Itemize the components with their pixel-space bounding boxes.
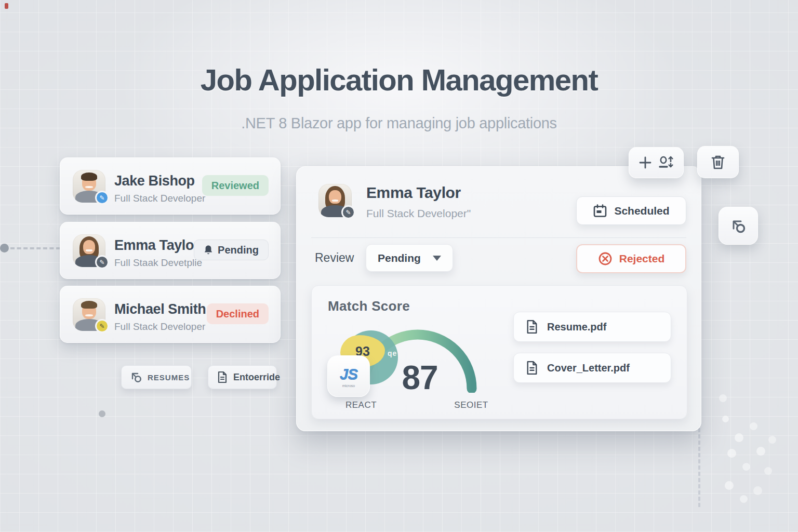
review-status-dropdown[interactable]: Pending xyxy=(366,244,453,272)
candidate-name: Jake Bishop xyxy=(114,173,195,189)
decor-red-mark xyxy=(5,3,8,9)
candidate-card-emma-taylor[interactable]: ✎ Emma Taylor Full Staak Devetplie Pendi… xyxy=(60,222,281,279)
resumes-button[interactable]: RESUMES xyxy=(121,365,192,389)
match-score-card: Match Score 87 REACT SEOIET qe 93 JS mic… xyxy=(311,285,687,419)
gauge-label-left: REACT xyxy=(338,400,384,410)
js-skill-icon: JS microso xyxy=(327,355,370,397)
status-badge-pending: Pending xyxy=(194,240,269,260)
add-person-icon xyxy=(658,155,674,170)
decor-dot-scatter xyxy=(722,416,729,422)
candidate-name: Emma Taylor xyxy=(114,237,199,254)
page-title: Job Application Management xyxy=(0,62,798,97)
decor-dot-left xyxy=(0,244,9,252)
file-row-cover-letter[interactable]: Cover_Letter.pdf xyxy=(513,353,671,383)
avatar: ✎ xyxy=(73,234,105,267)
gauge-label-right: SEOIET xyxy=(448,400,495,410)
resume-search-icon xyxy=(729,217,747,235)
avatar-badge-icon: ✎ xyxy=(95,191,109,205)
document-icon xyxy=(525,319,539,335)
avatar: ✎ xyxy=(73,170,105,203)
skill-blob-small-text: qe xyxy=(388,349,397,357)
chevron-down-icon xyxy=(433,256,441,261)
file-name: Resume.pdf xyxy=(547,321,606,333)
review-status-value: Pending xyxy=(378,252,421,264)
review-label: Review xyxy=(315,251,354,265)
resume-search-float-button[interactable] xyxy=(719,207,758,245)
candidate-name: Michael Smith xyxy=(114,301,206,317)
resume-search-icon xyxy=(130,371,142,383)
entoerride-button-label: Entoerride xyxy=(233,372,280,383)
calendar-icon xyxy=(593,204,607,218)
document-icon xyxy=(217,371,228,383)
page-subtitle: .NET 8 Blazor app for managing job appli… xyxy=(0,115,798,132)
decor-dot-bottom xyxy=(99,410,105,417)
rejected-button-label: Rejected xyxy=(619,252,665,265)
avatar-badge-icon: ✎ xyxy=(341,205,355,219)
avatar: ✎ xyxy=(73,298,105,331)
file-name: Cover_Letter.pdf xyxy=(547,362,630,374)
candidate-role: Full Stack Developer xyxy=(114,321,205,332)
candidate-role: Full Staak Devetplie xyxy=(114,257,202,269)
document-icon xyxy=(525,360,539,376)
status-badge-reviewed: Reviewed xyxy=(202,175,269,196)
candidate-card-jake-bishop[interactable]: ✎ Jake Bishop Full Stack Developer Revie… xyxy=(60,157,281,215)
candidate-role: Full Stack Developer xyxy=(114,193,205,204)
avatar: ✎ xyxy=(318,184,352,217)
trash-icon xyxy=(710,154,726,170)
scheduled-button[interactable]: Scheduled xyxy=(576,196,686,225)
detail-candidate-name: Emma Taylor xyxy=(366,184,461,202)
js-logo: JS xyxy=(340,365,358,383)
match-score-value: 87 xyxy=(388,358,452,397)
scheduled-button-label: Scheduled xyxy=(614,205,669,217)
circle-x-icon xyxy=(598,251,613,266)
resumes-button-label: RESUMES xyxy=(148,373,190,382)
divider xyxy=(311,237,686,238)
delete-button[interactable] xyxy=(697,146,739,178)
page-header: Job Application Management .NET 8 Blazor… xyxy=(0,62,798,132)
detail-candidate-role: Full Stack Developer" xyxy=(366,207,471,220)
candidate-detail-panel: ✎ Emma Taylor Full Stack Developer" Sche… xyxy=(296,166,701,431)
file-row-resume[interactable]: Resume.pdf xyxy=(513,312,671,342)
avatar-badge-icon: ✎ xyxy=(95,319,109,333)
add-candidate-button[interactable] xyxy=(629,147,684,178)
bell-icon xyxy=(204,245,213,255)
decor-dashed-line-horizontal xyxy=(10,247,60,249)
status-badge-declined: Declined xyxy=(207,303,269,324)
js-caption: microso xyxy=(342,384,355,388)
rejected-button[interactable]: Rejected xyxy=(576,244,686,273)
candidate-card-michael-smith[interactable]: ✎ Michael Smith Full Stack Developer Dec… xyxy=(60,286,281,343)
match-score-title: Match Score xyxy=(328,298,410,314)
avatar-badge-icon: ✎ xyxy=(95,255,109,269)
entoerride-button[interactable]: Entoerride xyxy=(208,365,277,389)
plus-icon xyxy=(639,156,652,169)
